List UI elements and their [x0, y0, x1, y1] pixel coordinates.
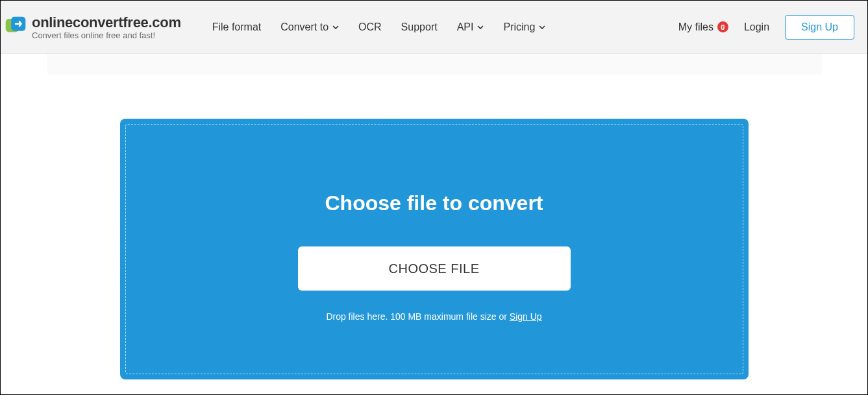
- my-files-link[interactable]: My files 0: [678, 21, 728, 33]
- dropzone-signup-link[interactable]: Sign Up: [510, 311, 542, 322]
- nav-ocr[interactable]: OCR: [358, 21, 382, 33]
- top-spacer-block: [47, 54, 822, 75]
- chevron-down-icon: [332, 24, 339, 30]
- site-header: onlineconvertfree.com Convert files onli…: [1, 1, 867, 54]
- chevron-down-icon: [477, 24, 484, 30]
- logo-icon: [5, 16, 27, 38]
- main-nav: File format Convert to OCR Support API P…: [212, 21, 678, 33]
- brand[interactable]: onlineconvertfree.com Convert files onli…: [5, 14, 181, 40]
- page-body: Choose file to convert CHOOSE FILE Drop …: [1, 54, 867, 379]
- nav-support[interactable]: Support: [401, 21, 438, 33]
- signup-button[interactable]: Sign Up: [785, 15, 854, 40]
- dropzone-title: Choose file to convert: [325, 191, 543, 215]
- nav-file-format[interactable]: File format: [212, 21, 262, 33]
- nav-api[interactable]: API: [457, 21, 484, 33]
- choose-file-button[interactable]: CHOOSE FILE: [298, 246, 571, 291]
- header-right: My files 0 Login Sign Up: [678, 15, 854, 40]
- file-drop-panel[interactable]: Choose file to convert CHOOSE FILE Drop …: [120, 119, 749, 379]
- nav-pricing[interactable]: Pricing: [503, 21, 545, 33]
- site-name: onlineconvertfree.com: [32, 14, 181, 31]
- nav-convert-to[interactable]: Convert to: [280, 21, 339, 33]
- dropzone-note: Drop files here. 100 MB maximum file siz…: [326, 311, 541, 322]
- dropzone-note-text: Drop files here. 100 MB maximum file siz…: [326, 311, 509, 322]
- nav-convert-to-label: Convert to: [280, 21, 329, 33]
- my-files-count-badge: 0: [717, 21, 728, 32]
- nav-pricing-label: Pricing: [503, 21, 535, 33]
- nav-api-label: API: [457, 21, 474, 33]
- site-tagline: Convert files online free and fast!: [32, 30, 181, 40]
- login-link[interactable]: Login: [744, 21, 769, 33]
- my-files-label: My files: [678, 21, 713, 33]
- chevron-down-icon: [539, 24, 545, 30]
